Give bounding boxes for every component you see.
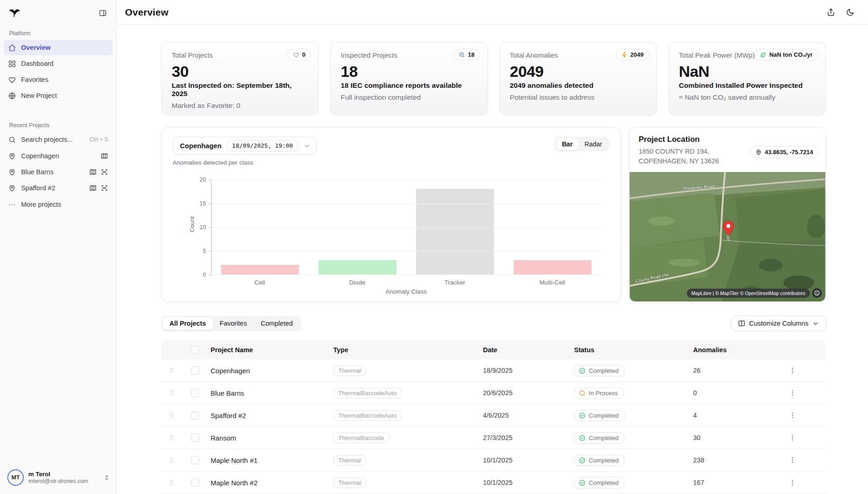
avatar: MT [7,469,24,486]
sidebar-search-projects[interactable]: Search projects...Ctrl + S [4,132,113,147]
table-row: Maple North #2Thermal10/1/2025Completed1… [161,472,826,494]
content: Total Projects030Last Inspected on: Sept… [117,25,868,494]
drag-handle[interactable] [161,457,182,463]
user-menu[interactable]: MT m Terol mterol@str-drones.com [0,463,116,494]
status-label: Completed [589,479,618,486]
share-button[interactable] [823,5,839,20]
project-row-actions [101,152,108,160]
drag-handle[interactable] [161,435,182,441]
table-row: Maple North #1Thermal10/1/2025Completed2… [161,449,826,472]
project-row-actions [89,168,108,176]
project-date-cell: 4/6/2025 [483,412,574,419]
row-checkbox[interactable] [191,478,199,487]
row-checkbox[interactable] [191,411,199,419]
row-checkbox[interactable] [191,366,199,375]
tab-favorites[interactable]: Favorites [213,317,254,330]
location-title: Project Location [639,135,817,144]
scan-icon[interactable] [101,168,108,176]
map-icon[interactable] [89,184,97,192]
sidebar-item-new-project[interactable]: New Project [4,88,113,103]
map-marker-pin[interactable] [722,220,734,236]
sidebar-collapse-button[interactable] [96,6,109,19]
globe-icon [8,91,16,100]
sidebar-project-label: Copenhagen [21,152,96,160]
table-row: RansomThermalBarcode27/3/2025Completed30 [161,427,826,449]
row-menu-button[interactable] [787,387,798,398]
project-name-cell[interactable]: Blue Barns [205,389,333,397]
row-checkbox[interactable] [191,456,199,464]
row-checkbox[interactable] [191,434,199,442]
column-header-anomalies: Anomalies [693,346,787,354]
y-tick [209,275,212,275]
tab-completed[interactable]: Completed [254,317,299,330]
row-checkbox[interactable] [191,389,199,397]
status-label: Completed [589,457,618,464]
project-name-cell[interactable]: Copenhagen [205,367,333,375]
drag-handle[interactable] [161,367,182,374]
table-header-row: Project NameTypeDateStatusAnomalies [161,340,826,360]
columns-icon [738,320,745,327]
satellite-map[interactable]: Plinckney Road County Road 194 Road MapL… [629,172,825,301]
bar-tracker[interactable] [416,189,494,274]
chart-mode-radar[interactable]: Radar [579,138,608,150]
sidebar-project-blue-barns[interactable]: Blue Barns [4,164,113,180]
project-name-cell[interactable]: Maple North #1 [205,456,333,464]
project-selector[interactable]: Copenhagen 18/09/2025, 19:00 [173,137,317,155]
sidebar-project-copenhagen[interactable]: Copenhagen [4,148,113,164]
drag-handle[interactable] [161,412,182,419]
y-tick [209,180,212,180]
stat-primary-text: 2049 anomalies detected [510,81,646,90]
share-icon [827,8,835,16]
x-category-label: Diode [309,279,406,286]
drag-handle[interactable] [161,479,182,486]
bar-multi-cell[interactable] [514,260,591,274]
chevron-down-icon [304,142,311,150]
bar-cell[interactable] [221,265,299,274]
user-pin-icon [8,184,16,192]
row-menu-button[interactable] [787,410,798,421]
grid-line [212,251,601,252]
project-date-cell: 20/6/2025 [483,389,574,397]
chart-mode-bar[interactable]: Bar [556,138,579,150]
sidebar-item-favorites[interactable]: Favorites [4,72,113,87]
project-name-cell[interactable]: Maple North #2 [205,479,333,487]
select-all-checkbox[interactable] [191,346,199,354]
dark-mode-toggle[interactable] [842,5,858,20]
column-header-date: Date [483,346,574,354]
row-menu-button[interactable] [787,477,798,488]
project-selector-datetime[interactable]: 18/09/2025, 19:00 [227,140,298,151]
row-actions-cell [787,432,826,443]
map-icon[interactable] [101,152,108,160]
map-icon[interactable] [89,168,97,176]
row-menu-button[interactable] [787,365,798,376]
sidebar-more-projects[interactable]: More projects [4,197,113,212]
sidebar-project-spafford-2[interactable]: Spafford #2 [4,180,113,196]
project-status-cell: Completed [574,432,693,444]
drag-handle[interactable] [161,390,182,396]
project-name-cell[interactable]: Spafford #2 [205,412,333,419]
sidebar-item-dashboard[interactable]: Dashboard [4,56,113,71]
stat-secondary-text: ≈ NaN ton CO₂ saved annually [679,93,815,102]
customize-columns-button[interactable]: Customize Columns [731,316,826,331]
type-badge: Thermal [333,478,366,488]
sidebar-item-overview[interactable]: Overview [4,40,113,55]
bar-diode[interactable] [319,260,396,274]
row-checkbox-cell [182,478,205,487]
project-name-cell[interactable]: Ransom [205,434,333,442]
x-category-label: Tracker [406,279,504,286]
type-badge: ThermalBarcode [333,433,389,443]
user-pin-icon [8,152,16,160]
row-menu-button[interactable] [787,432,798,443]
project-selector-name: Copenhagen [180,142,222,150]
row-menu-button[interactable] [787,455,798,466]
recent-project-list: CopenhagenBlue BarnsSpafford #2 [0,148,116,196]
y-tick-label: 15 [190,200,206,207]
scan-icon[interactable] [101,184,108,192]
check-circle-icon [579,435,586,441]
chevron-down-icon [812,320,819,327]
info-icon[interactable] [812,288,822,298]
chevron-up-down-icon [103,474,110,481]
tab-all-projects[interactable]: All Projects [163,317,213,330]
status-badge: Completed [574,455,624,466]
x-category-label: Cell [211,279,309,286]
